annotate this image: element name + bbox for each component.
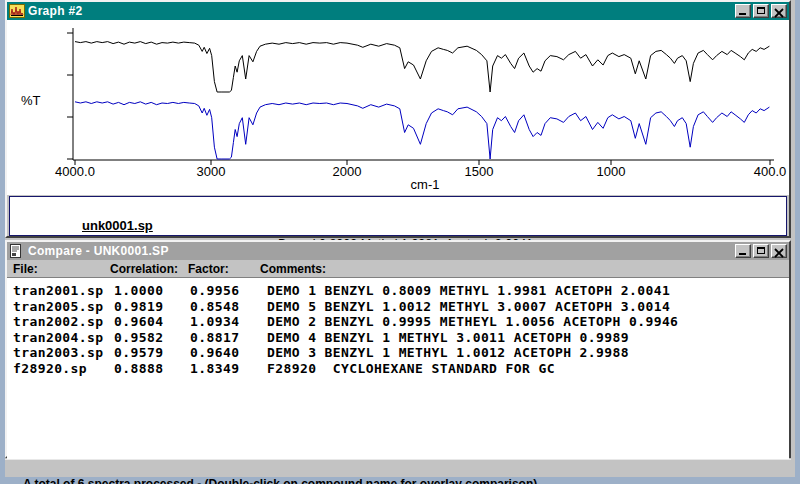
status-bar: A total of 6 spectra processed - (Double… xyxy=(5,459,791,476)
compare-row-file[interactable]: f28920.sp xyxy=(13,361,87,376)
graph-window-title: Graph #2 xyxy=(28,4,732,18)
compare-row-file[interactable]: tran2004.sp xyxy=(13,330,104,345)
minimize-icon xyxy=(739,253,746,255)
compare-row-file[interactable]: tran2001.sp xyxy=(13,283,104,298)
compare-close-button[interactable] xyxy=(771,244,787,258)
compare-row[interactable]: tran2004.sp 0.9582 0.8817 DEMO 4 BENZYL … xyxy=(7,330,789,346)
compare-row[interactable]: tran2003.sp 0.9579 0.9640 DEMO 3 BENZYL … xyxy=(7,345,789,361)
compare-row-factor: 0.9956 xyxy=(190,283,239,298)
close-icon xyxy=(774,246,784,261)
compare-row-file[interactable]: tran2002.sp xyxy=(13,314,104,329)
x-tick-label: 1500 xyxy=(465,164,494,179)
compare-row-comments: DEMO 2 BENZYL 0.9995 METHEYL 1.0056 ACET… xyxy=(267,314,678,329)
minimize-icon xyxy=(739,13,746,15)
compare-row-factor: 1.8349 xyxy=(190,361,239,376)
column-header-comments: Comments: xyxy=(260,262,326,276)
status-text: A total of 6 spectra processed - (Double… xyxy=(23,477,537,484)
compare-window-controls xyxy=(735,244,787,258)
column-header-file: File: xyxy=(13,262,38,276)
file-list-row: unk0001.sp Benzyl 0.8009 Methyl 1.9981 A… xyxy=(10,197,786,216)
compare-row-comments: F28920 CYCLOHEXANE STANDARD FOR GC xyxy=(267,361,555,376)
column-header-correlation: Correlation: xyxy=(110,262,178,276)
application-frame: Graph #2 xyxy=(0,0,800,484)
x-tick-label: 3000 xyxy=(197,164,226,179)
compare-row[interactable]: tran2002.sp 0.9604 1.0934 DEMO 2 BENZYL … xyxy=(7,314,789,330)
x-axis-ticks xyxy=(75,160,770,165)
document-icon xyxy=(9,244,25,258)
close-icon xyxy=(774,6,784,21)
compare-row-factor: 0.9640 xyxy=(190,345,239,360)
file-list-row: tran2001.sp DEMO 1 BENZYL 0.8009 METHYL … xyxy=(10,216,786,235)
x-tick-label: 400.0 xyxy=(754,164,787,179)
x-tick-label: 1000 xyxy=(597,164,626,179)
compare-table-header: File: Correlation: Factor: Comments: xyxy=(7,260,789,277)
compare-row-correlation: 1.0000 xyxy=(114,283,163,298)
x-axis-label: cm-1 xyxy=(411,177,440,192)
ir-spectra-chart: 4000.0 3000 2000 1500 1000 400.0 %T cm-1 xyxy=(7,20,791,195)
graph-minimize-button[interactable] xyxy=(735,4,751,18)
compare-row-factor: 1.0934 xyxy=(190,314,239,329)
spectrum-trace-tran2001 xyxy=(75,102,769,159)
graph-window: Graph #2 xyxy=(5,0,791,238)
compare-row-comments: DEMO 5 BENZYL 1.0012 METHYL 3.0007 ACETO… xyxy=(267,299,670,314)
graph-window-controls xyxy=(735,4,787,18)
maximize-icon xyxy=(757,7,765,14)
compare-row-correlation: 0.8888 xyxy=(114,361,163,376)
spectra-file-list: unk0001.sp Benzyl 0.8009 Methyl 1.9981 A… xyxy=(9,196,787,236)
compare-row-factor: 0.8817 xyxy=(190,330,239,345)
spectrum-trace-unk0001 xyxy=(75,42,769,92)
compare-window-title: Compare - UNK0001.SP xyxy=(28,244,732,258)
compare-row[interactable]: tran2005.sp 0.9819 0.8548 DEMO 5 BENZYL … xyxy=(7,299,789,315)
compare-row-comments: DEMO 4 BENZYL 1 METHYL 3.0011 ACETOPH 0.… xyxy=(267,330,629,345)
compare-row-file[interactable]: tran2005.sp xyxy=(13,299,104,314)
compare-row-comments: DEMO 1 BENZYL 0.8009 METHYL 1.9981 ACETO… xyxy=(267,283,670,298)
compare-row-correlation: 0.9604 xyxy=(114,314,163,329)
compare-row[interactable]: tran2001.sp 1.0000 0.9956 DEMO 1 BENZYL … xyxy=(7,283,789,299)
compare-row[interactable]: f28920.sp 0.8888 1.8349 F28920 CYCLOHEXA… xyxy=(7,361,789,377)
y-axis-ticks xyxy=(67,33,73,159)
compare-row-comments: DEMO 3 BENZYL 1 METHYL 1.0012 ACETOPH 2.… xyxy=(267,345,629,360)
x-tick-label: 4000.0 xyxy=(55,164,95,179)
compare-row-correlation: 0.9579 xyxy=(114,345,163,360)
compare-row-factor: 0.8548 xyxy=(190,299,239,314)
compare-row-file[interactable]: tran2003.sp xyxy=(13,345,104,360)
compare-maximize-button[interactable] xyxy=(753,244,769,258)
compare-minimize-button[interactable] xyxy=(735,244,751,258)
compare-window: Compare - UNK0001.SP File: Correlation: … xyxy=(5,240,791,458)
x-tick-label: 2000 xyxy=(333,164,362,179)
compare-row-correlation: 0.9819 xyxy=(114,299,163,314)
compare-window-titlebar[interactable]: Compare - UNK0001.SP xyxy=(7,242,789,260)
graph-maximize-button[interactable] xyxy=(753,4,769,18)
compare-table: tran2001.sp 1.0000 0.9956 DEMO 1 BENZYL … xyxy=(7,277,789,462)
spectra-plot: 4000.0 3000 2000 1500 1000 400.0 %T cm-1 xyxy=(7,20,789,195)
graph-close-button[interactable] xyxy=(771,4,787,18)
compare-row-correlation: 0.9582 xyxy=(114,330,163,345)
y-axis-label: %T xyxy=(21,93,41,108)
column-header-factor: Factor: xyxy=(188,262,229,276)
spectrum-chart-icon xyxy=(9,4,25,18)
graph-window-titlebar[interactable]: Graph #2 xyxy=(7,2,789,20)
maximize-icon xyxy=(757,247,765,254)
